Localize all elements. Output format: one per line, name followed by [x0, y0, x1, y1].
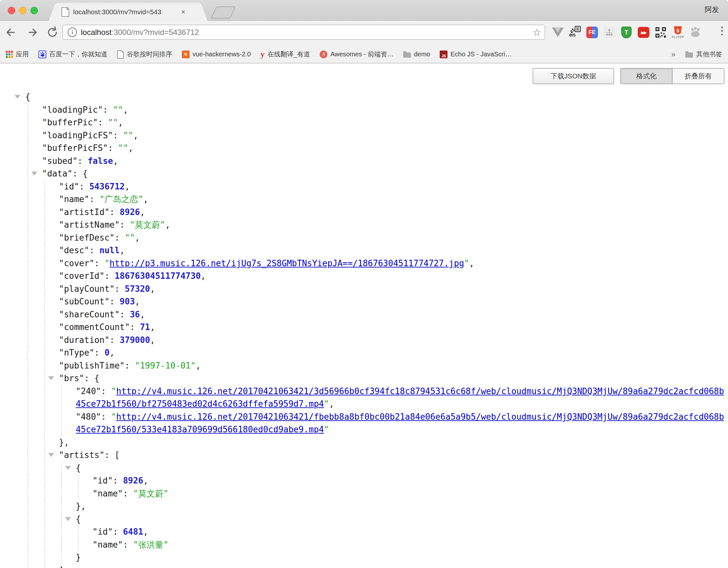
indent-guide [44, 308, 45, 321]
indent-guide [28, 539, 28, 551]
bookmark-item-vue-hackernews[interactable]: V vue-hackernews-2.0 [182, 50, 251, 58]
json-token: : [94, 258, 105, 268]
tab-close-icon[interactable]: × [181, 8, 185, 16]
zoom-window-button[interactable] [30, 7, 38, 14]
html5-player-icon[interactable]: 5PLAYER [672, 26, 684, 39]
download-json-button[interactable]: 下载JSON数据 [533, 68, 614, 84]
json-token: "data" [42, 169, 72, 178]
collapse-all-button[interactable]: 折叠所有 [672, 69, 724, 83]
indent-guide [28, 321, 28, 334]
url-link[interactable]: http://p3.music.126.net/ijUg7s_2S8GMbTNs… [110, 258, 464, 268]
json-token: 903 [120, 297, 135, 306]
url-link[interactable]: http://v4.music.126.net/20170421063421/3… [76, 386, 724, 409]
indent-guide [44, 449, 45, 462]
json-token: , [165, 220, 170, 229]
collapse-arrow-icon[interactable] [15, 95, 20, 99]
json-token: "artistName" [59, 220, 120, 229]
indent-guide [61, 411, 62, 436]
tampermonkey-icon[interactable]: T [621, 26, 632, 39]
indent-guide [28, 372, 28, 385]
json-token: 6481 [123, 527, 143, 537]
indent-guide [28, 257, 28, 270]
json-line: "artists": [ [0, 449, 726, 462]
indent-guide [28, 334, 28, 347]
new-tab-button[interactable] [211, 6, 236, 18]
browser-menu-icon[interactable] [721, 27, 723, 35]
fe-extension-icon[interactable]: FE [586, 26, 598, 39]
forward-button[interactable] [25, 27, 39, 38]
json-line: { [0, 91, 726, 104]
collapse-arrow-icon[interactable] [31, 172, 37, 175]
indent-guide [61, 513, 62, 526]
indent-guide [61, 551, 62, 564]
profile-name[interactable]: 阿发 [705, 5, 719, 15]
json-token: "name" [59, 194, 89, 204]
bookmark-star-icon[interactable]: ☆ [533, 27, 541, 38]
json-token: "id" [93, 527, 113, 537]
url-link[interactable]: http://v4.music.126.net/20170421063421/f… [76, 412, 724, 435]
json-line: "playCount": 57320, [0, 283, 726, 296]
collapse-arrow-icon[interactable] [65, 466, 71, 470]
minimize-window-button[interactable] [19, 7, 27, 14]
json-token: : [103, 105, 113, 115]
other-bookmarks[interactable]: 其他书签 [685, 50, 722, 59]
folder-icon [685, 52, 693, 58]
bookmark-item-demo[interactable]: demo [403, 50, 430, 58]
bookmark-item-awesomes[interactable]: A Awesomes - 前端资… [320, 50, 393, 59]
collapse-arrow-icon[interactable] [48, 453, 54, 457]
collapse-arrow-icon[interactable] [48, 376, 54, 380]
bookmark-item-echojs[interactable]: JS Echo JS - JavaScri… [440, 50, 512, 58]
indent-guide [61, 539, 62, 551]
url-input[interactable]: localhost:3000/mv?mvid=5436712 [81, 28, 199, 37]
indent-guide [28, 500, 28, 513]
indent-guide [44, 334, 45, 347]
json-token: : [113, 130, 123, 140]
close-window-button[interactable] [8, 7, 15, 14]
bookmarks-bar: 应用 百度一下，你就知道 谷歌按时间排序 V vue-hackernews-2.… [0, 46, 728, 63]
indent-guide [44, 270, 45, 283]
indent-guide [44, 487, 45, 500]
indent-guide [28, 129, 28, 142]
back-button[interactable] [5, 27, 18, 38]
bookmark-item-youdao-translate[interactable]: y 在线翻译_有道 [260, 50, 310, 59]
reload-button[interactable] [46, 26, 59, 39]
active-tab[interactable]: localhost:3000/mv?mvid=543 × [58, 3, 199, 21]
json-token: , [143, 476, 149, 485]
json-token: "莫文蔚" [130, 220, 165, 229]
json-token: null [99, 245, 120, 255]
json-token: { [25, 92, 30, 102]
json-token: "" [123, 130, 133, 140]
bookmark-item-baidu[interactable]: 百度一下，你就知道 [39, 50, 107, 59]
json-line: "data": { [0, 167, 726, 180]
indent-guide [28, 155, 28, 168]
indent-guide [28, 295, 28, 308]
qrcode-extension-icon[interactable] [655, 26, 667, 39]
json-token: "bufferPic" [42, 117, 98, 127]
indent-guide [28, 411, 28, 436]
json-token: false [88, 156, 113, 166]
bookmark-item-apps[interactable]: 应用 [6, 50, 29, 59]
address-bar[interactable]: i localhost:3000/mv?mvid=5436712 ☆ [62, 25, 545, 40]
baidu-paw-icon [39, 50, 46, 58]
json-token: "nType" [59, 348, 94, 358]
indent-guide [44, 500, 45, 513]
indent-guide [28, 283, 28, 296]
youdao-translate-icon[interactable]: ⇄en英 [569, 26, 581, 39]
sitemap-extension-icon[interactable] [603, 26, 615, 39]
json-token: : [98, 117, 108, 127]
page-info-icon[interactable]: i [68, 28, 77, 37]
bookmark-item-google-sort[interactable]: 谷歌按时间排序 [117, 50, 172, 59]
json-line: "bufferPic": "", [0, 116, 726, 129]
json-token: " [464, 258, 469, 268]
vue-devtools-icon[interactable] [552, 26, 564, 39]
crawler-paw-icon[interactable] [689, 26, 701, 39]
indent-guide [28, 360, 28, 373]
video-downloader-icon[interactable]: ▶▶ [638, 26, 649, 39]
json-line: "coverId": 18676304511774730, [0, 270, 726, 283]
collapse-arrow-icon[interactable] [65, 517, 71, 521]
json-token: , [135, 233, 140, 242]
json-token: "shareCount" [59, 310, 120, 319]
format-button[interactable]: 格式化 [621, 69, 672, 83]
bookmarks-overflow-chevron[interactable]: » [671, 50, 676, 59]
indent-guide [44, 218, 45, 231]
